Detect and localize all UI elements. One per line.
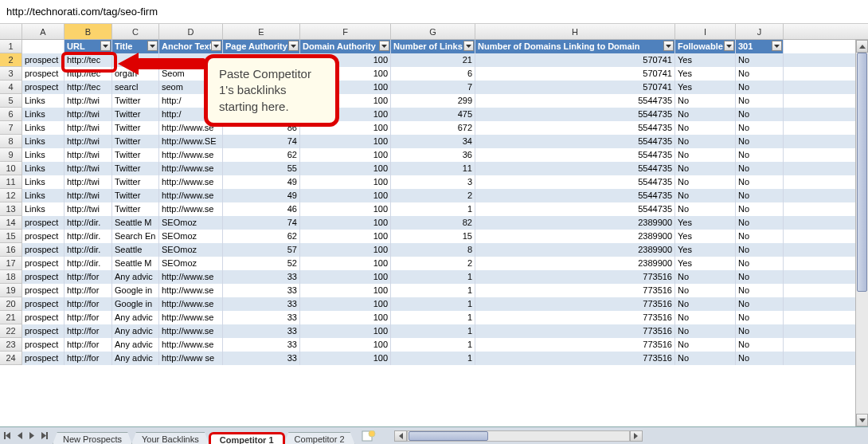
cell-F17[interactable]: 100 [300,257,391,270]
cell-G16[interactable]: 8 [391,243,475,257]
cell-E23[interactable]: 33 [223,338,300,352]
cell-J13[interactable]: No [736,202,784,216]
cell-A23[interactable]: prospect [22,338,65,352]
cell-G7[interactable]: 672 [391,121,475,135]
cell-H15[interactable]: 2389900 [475,230,675,243]
cell-F16[interactable]: 100 [300,243,391,257]
cell-B6[interactable]: http://twi [65,108,112,121]
col-header-C[interactable]: C [112,24,159,39]
formula-bar[interactable]: http://technorati.com/tag/seo-firm [0,0,868,24]
cell-A2[interactable]: prospect [22,53,65,67]
cell-C20[interactable]: Google in [112,297,159,311]
cell-E22[interactable]: 33 [223,324,300,338]
row-header-21[interactable]: 21 [0,311,22,324]
cell-I16[interactable]: Yes [675,243,736,257]
cell-G20[interactable]: 1 [391,297,475,311]
filter-button-C[interactable] [147,41,158,51]
tab-nav-next-button[interactable] [25,429,38,443]
vscroll-thumb[interactable] [857,53,867,292]
cell-I11[interactable]: No [675,175,736,189]
cell-G21[interactable]: 1 [391,311,475,324]
cell-G9[interactable]: 36 [391,148,475,162]
cell-C17[interactable]: Seattle M [112,257,159,270]
cell-G6[interactable]: 475 [391,108,475,121]
cell-J21[interactable]: No [736,311,784,324]
cell-J6[interactable]: No [736,108,784,121]
cell-J14[interactable]: No [736,216,784,230]
filter-button-H[interactable] [663,41,674,51]
hscroll-right-button[interactable] [630,430,643,442]
cell-B16[interactable]: http://dir. [65,243,112,257]
cell-E19[interactable]: 33 [223,284,300,297]
cell-C10[interactable]: Twitter [112,162,159,175]
tab-nav-prev-button[interactable] [13,429,25,443]
cell-A14[interactable]: prospect [22,216,65,230]
row-header-14[interactable]: 14 [0,216,22,230]
cell-I3[interactable]: Yes [675,67,736,81]
select-all-corner[interactable] [0,24,22,39]
cell-C7[interactable]: Twitter [112,121,159,135]
cell-C12[interactable]: Twitter [112,189,159,202]
cell-E15[interactable]: 62 [223,230,300,243]
row-header-15[interactable]: 15 [0,230,22,243]
cell-I15[interactable]: Yes [675,230,736,243]
vscroll-track[interactable] [856,53,868,414]
cell-F10[interactable]: 100 [300,162,391,175]
cell-D9[interactable]: http://www.se [159,148,223,162]
cell-H9[interactable]: 5544735 [475,148,675,162]
cell-A5[interactable]: Links [22,94,65,108]
row-header-7[interactable]: 7 [0,121,22,135]
cell-B5[interactable]: http://twi [65,94,112,108]
cell-B19[interactable]: http://for [65,284,112,297]
table-header-B[interactable]: URL [65,40,112,53]
col-header-I[interactable]: I [675,24,736,39]
cell-E16[interactable]: 57 [223,243,300,257]
cell-C14[interactable]: Seattle M [112,216,159,230]
cell-B24[interactable]: http://for [65,352,112,365]
cell-J2[interactable]: No [736,53,784,67]
row-header-18[interactable]: 18 [0,270,22,284]
cell-A10[interactable]: Links [22,162,65,175]
cell-G2[interactable]: 21 [391,53,475,67]
cell-J22[interactable]: No [736,324,784,338]
cell-B23[interactable]: http://for [65,338,112,352]
scroll-down-button[interactable] [856,414,868,426]
table-header-J[interactable]: 301 [736,40,784,53]
cell-E20[interactable]: 33 [223,297,300,311]
cell-B14[interactable]: http://dir. [65,216,112,230]
table-header-E[interactable]: Page Authority [223,40,300,53]
cell-A17[interactable]: prospect [22,257,65,270]
cell-D11[interactable]: http://www.se [159,175,223,189]
cell-B2[interactable]: http://tec [65,53,112,67]
cell-I20[interactable]: No [675,297,736,311]
cell-H2[interactable]: 570741 [475,53,675,67]
row-header-13[interactable]: 13 [0,202,22,216]
row-header-4[interactable]: 4 [0,81,22,94]
row-header-1[interactable]: 1 [0,40,22,53]
cell-D15[interactable]: SEOmoz [159,230,223,243]
cell-E17[interactable]: 52 [223,257,300,270]
cell-I4[interactable]: Yes [675,81,736,94]
cell-B17[interactable]: http://dir. [65,257,112,270]
cell-F8[interactable]: 100 [300,135,391,148]
cell-B12[interactable]: http://twi [65,189,112,202]
cell-H5[interactable]: 5544735 [475,94,675,108]
cell-I17[interactable]: Yes [675,257,736,270]
cell-G15[interactable]: 15 [391,230,475,243]
row-header-5[interactable]: 5 [0,94,22,108]
row-header-12[interactable]: 12 [0,189,22,202]
cell-B21[interactable]: http://for [65,311,112,324]
cell-J8[interactable]: No [736,135,784,148]
cell-B3[interactable]: http://tec [65,67,112,81]
cell-A24[interactable]: prospect [22,352,65,365]
cell-C8[interactable]: Twitter [112,135,159,148]
cell-C22[interactable]: Any advic [112,324,159,338]
cell-B8[interactable]: http://twi [65,135,112,148]
hscroll-left-button[interactable] [394,430,407,442]
grid[interactable]: 1URLTitleAnchor TextPage AuthorityDomain… [0,40,868,365]
cell-D14[interactable]: SEOmoz [159,216,223,230]
cell-C3[interactable]: organ [112,67,159,81]
cell-I13[interactable]: No [675,202,736,216]
cell-G24[interactable]: 1 [391,352,475,365]
cell-J10[interactable]: No [736,162,784,175]
